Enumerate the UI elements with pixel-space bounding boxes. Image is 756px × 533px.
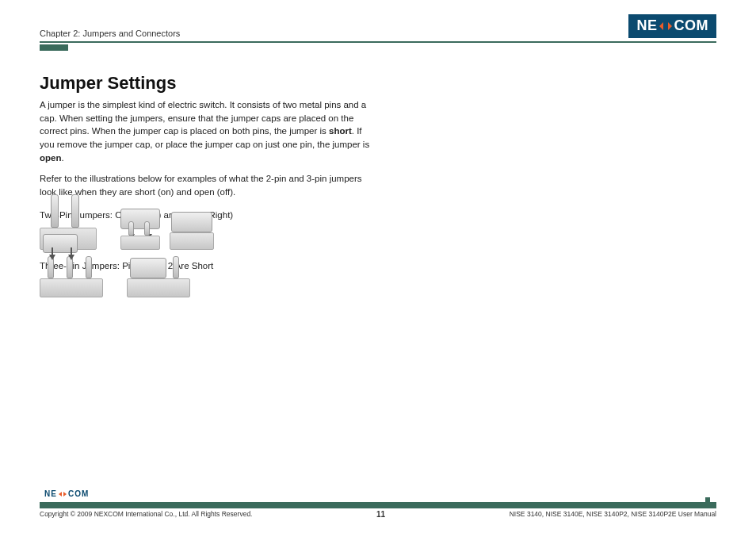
footer-logo-right: COM [68, 489, 89, 498]
page-title: Jumper Settings [40, 73, 372, 94]
header-rule [40, 41, 716, 43]
para1-b: short [329, 126, 352, 136]
arrow-down-icon [49, 255, 55, 260]
footer-nexcom-logo: NE COM [43, 489, 90, 498]
two-pin-short-group [120, 232, 214, 250]
logo-text-right: COM [674, 17, 709, 34]
copyright-text: Copyright © 2009 NEXCOM International Co… [40, 510, 252, 519]
accent-bar [40, 44, 68, 51]
logo-triangle-left-icon [659, 22, 663, 30]
footer-logo-left: NE [44, 489, 57, 498]
para1-e: . [61, 153, 63, 163]
para1-a: A jumper is the simplest kind of electri… [40, 100, 366, 136]
arrow-down-icon [68, 255, 74, 260]
page-number: 11 [376, 510, 385, 519]
footer-triangle-right-icon [63, 492, 67, 497]
refer-paragraph: Refer to the illustrations below for exa… [40, 172, 372, 198]
logo-text-left: NE [636, 17, 657, 34]
document-reference: NISE 3140, NISE 3140E, NISE 3140P2, NISE… [510, 510, 716, 519]
nexcom-logo: NE COM [628, 14, 716, 38]
para1-d: open [40, 153, 61, 163]
three-pin-capping-icon [40, 278, 103, 297]
two-pin-illustration [40, 228, 372, 250]
three-pin-illustration [40, 278, 372, 297]
chapter-label: Chapter 2: Jumpers and Connectors [40, 29, 180, 38]
two-pin-short-icon [170, 232, 214, 250]
three-pin-short-icon [127, 278, 190, 297]
logo-triangle-right-icon [668, 22, 672, 30]
footer-triangle-left-icon [59, 492, 62, 497]
footer-rule [40, 502, 716, 508]
intro-paragraph: A jumper is the simplest kind of electri… [40, 98, 372, 164]
